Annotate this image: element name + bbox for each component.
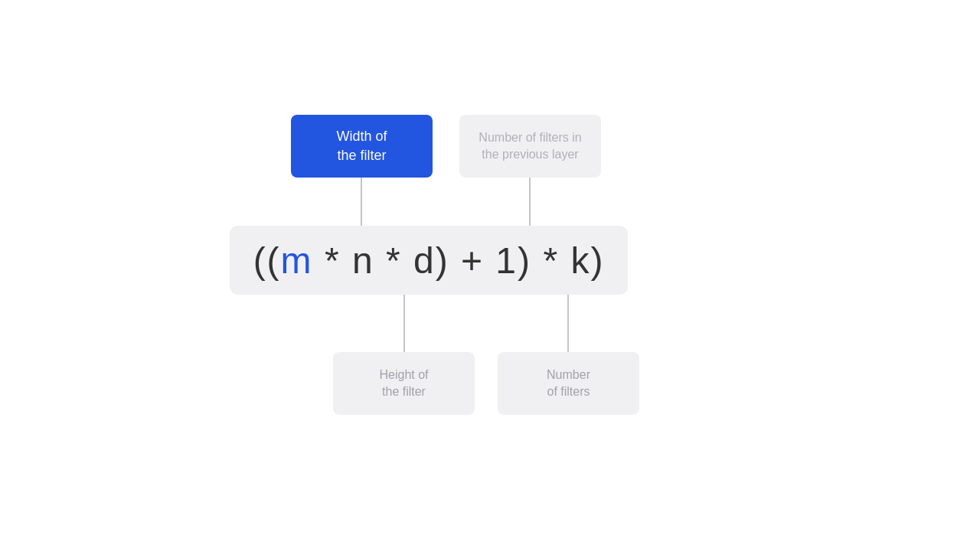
width-filter-label: Width ofthe filter bbox=[336, 127, 387, 165]
width-filter-box: Width ofthe filter bbox=[291, 115, 433, 178]
formula-m-var: m bbox=[281, 240, 313, 281]
num-filters-prev-box: Number of filters inthe previous layer bbox=[459, 115, 601, 178]
num-filters-label: Numberof filters bbox=[547, 367, 590, 401]
diagram-container: Width ofthe filter Number of filters int… bbox=[245, 92, 735, 459]
height-filter-box: Height ofthe filter bbox=[333, 352, 475, 415]
formula-box: ((m * n * d) + 1) * k) bbox=[230, 226, 628, 295]
num-filters-prev-label: Number of filters inthe previous layer bbox=[479, 129, 581, 164]
num-filters-box: Numberof filters bbox=[498, 352, 639, 415]
height-filter-label: Height ofthe filter bbox=[379, 367, 428, 401]
formula-text: ((m * n * d) + 1) * k) bbox=[253, 240, 605, 282]
